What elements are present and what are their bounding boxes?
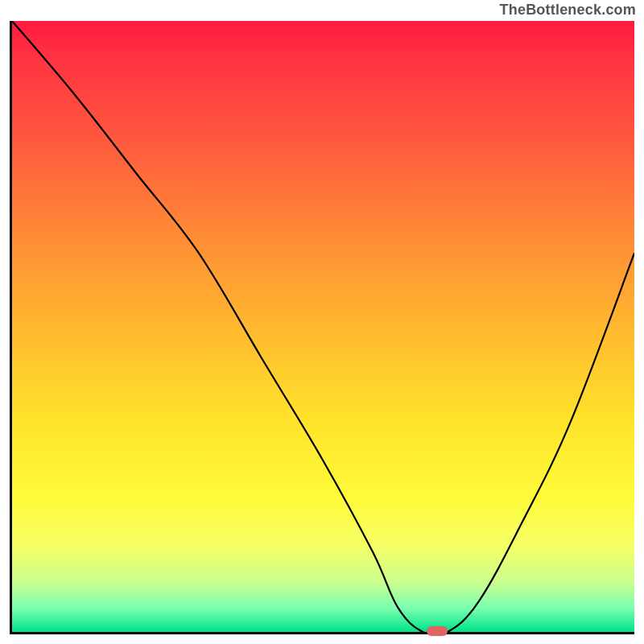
watermark-text: TheBottleneck.com [500, 2, 636, 17]
bottleneck-chart: TheBottleneck.com [0, 0, 644, 644]
gradient-background [12, 21, 634, 632]
plot-area [10, 21, 634, 634]
optimal-marker [427, 626, 448, 636]
